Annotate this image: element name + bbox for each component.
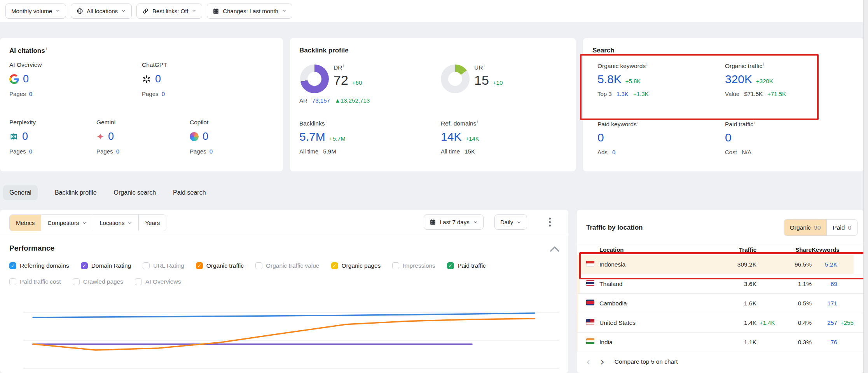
share-background-bar	[577, 333, 578, 352]
ai-citations-value[interactable]: 0	[155, 73, 161, 85]
chart-line-referring-domains	[33, 313, 534, 317]
share-background-bar	[577, 274, 580, 293]
ai-cell-ai-overview: AI Overview0Pages 0	[9, 61, 42, 97]
traffic-row-united-states[interactable]: United States1.4K+1.4K0.4%257+255	[577, 313, 864, 333]
traffic-value-line: Value $71.5K +71.5K	[725, 91, 786, 97]
backlink-profile-panel: Backlink profile DRi 72 +60 AR 73,157 ▲1…	[290, 38, 576, 171]
traffic-row-thailand[interactable]: Thailand3.6K1.1%69	[577, 274, 864, 294]
performance-line-chart	[0, 210, 568, 373]
ai-citations-value[interactable]: 0	[23, 73, 29, 85]
keywords-link[interactable]: 76	[812, 339, 837, 346]
ref-domains-value[interactable]: 14K	[441, 130, 461, 143]
traffic-row-india[interactable]: India1.1K0.3%76	[577, 333, 864, 352]
monthly-volume-filter[interactable]: Monthly volume	[5, 3, 66, 19]
organic-keywords-block: Organic keywordsi 5.8K +5.8K Top 3 1.3K …	[597, 62, 649, 97]
ai-citations-value[interactable]: 0	[22, 131, 28, 143]
ai-pages-line: Pages 0	[142, 91, 167, 97]
performance-panel: Metrics Competitors Locations Years Last…	[0, 210, 568, 373]
keywords-link[interactable]: 171	[812, 300, 837, 307]
backlinks-value[interactable]: 5.7M	[299, 130, 325, 143]
backlinks-change: +5.7M	[329, 135, 346, 142]
ur-change: +10	[493, 79, 503, 86]
ads-line: Ads 0	[597, 149, 638, 155]
organic-keywords-value[interactable]: 5.8K	[597, 73, 622, 86]
ai-source-name: Gemini	[96, 119, 119, 126]
ai-cell-gemini: Gemini✦0Pages 0	[96, 119, 119, 155]
ar-value-link[interactable]: 73,157	[312, 97, 330, 104]
share-value: 0.5%	[779, 300, 812, 307]
ads-value-link[interactable]: 0	[612, 149, 615, 155]
keywords-link[interactable]: 5.2K	[812, 261, 837, 268]
organic-traffic-change: +320K	[756, 78, 773, 84]
toggle-paid[interactable]: Paid 0	[826, 220, 857, 235]
dashboard: Monthly volume All locations Best links:…	[0, 0, 868, 373]
ur-label: URi	[474, 64, 503, 71]
backlink-profile-title: Backlink profile	[299, 47, 349, 54]
chevron-down-icon	[192, 9, 196, 13]
traffic-value: 1.4K	[719, 319, 756, 326]
gemini-icon: ✦	[96, 132, 104, 141]
location-name: Thailand	[599, 281, 719, 288]
india-flag-icon	[586, 338, 594, 344]
perplexity-icon	[9, 132, 18, 141]
locations-filter[interactable]: All locations	[71, 3, 132, 19]
organic-keywords-change: +5.8K	[625, 78, 641, 84]
keywords-change: +255	[837, 319, 858, 326]
thailand-flag-icon	[586, 280, 594, 286]
tab-paid-search[interactable]: Paid search	[173, 185, 206, 200]
traffic-row-cambodia[interactable]: Cambodia1.6K0.5%171	[577, 294, 864, 313]
paid-keywords-value[interactable]: 0	[597, 131, 604, 144]
traffic-row-indonesia[interactable]: Indonesia309.2K96.5%5.2K	[577, 255, 864, 274]
info-icon: i	[46, 47, 47, 51]
organic-traffic-label: Organic traffici	[725, 62, 786, 70]
ai-pages-line: Pages 0	[9, 148, 36, 155]
tab-general[interactable]: General	[3, 185, 38, 200]
paid-keywords-block: Paid keywordsi 0 Ads 0	[597, 120, 638, 155]
ref-domains-change: +14K	[465, 135, 479, 142]
tab-backlink-profile[interactable]: Backlink profile	[55, 185, 97, 200]
next-page-arrow[interactable]: ›	[600, 357, 604, 367]
ai-pages-link[interactable]: 0	[29, 91, 32, 97]
chevron-down-icon	[121, 9, 126, 13]
toggle-organic[interactable]: Organic 90	[784, 220, 827, 235]
changes-filter[interactable]: Changes: Last month	[207, 3, 292, 19]
location-name: Cambodia	[599, 300, 719, 307]
paid-traffic-value[interactable]: 0	[725, 131, 732, 144]
ar-line: AR 73,157 ▲13,252,713	[299, 97, 370, 104]
organic-traffic-value[interactable]: 320K	[725, 73, 752, 86]
ai-cell-perplexity: Perplexity0Pages 0	[9, 119, 36, 155]
ai-pages-link[interactable]: 0	[162, 91, 165, 97]
ai-citations-value[interactable]: 0	[108, 131, 114, 143]
us-flag-icon	[586, 319, 594, 325]
location-name: Indonesia	[599, 261, 719, 268]
location-name: United States	[599, 319, 719, 326]
keywords-link[interactable]: 69	[812, 281, 837, 288]
globe-icon	[77, 8, 83, 14]
ai-pages-line: Pages 0	[9, 91, 42, 97]
prev-page-arrow[interactable]: ‹	[586, 357, 590, 367]
ai-pages-link[interactable]: 0	[210, 148, 213, 155]
changes-filter-label: Changes: Last month	[223, 8, 278, 14]
panel-divider	[577, 243, 864, 243]
col-keywords: Keywords	[812, 246, 837, 253]
copilot-icon	[190, 132, 199, 141]
chart-line-organic-traffic	[33, 319, 534, 350]
top3-value-link[interactable]: 1.3K	[617, 91, 629, 97]
page-scrollbar[interactable]	[863, 0, 868, 373]
keywords-link[interactable]: 257	[812, 319, 837, 326]
domain-rating-donut	[300, 64, 329, 93]
ai-pages-link[interactable]: 0	[116, 148, 119, 155]
ai-pages-link[interactable]: 0	[29, 148, 32, 155]
ai-pages-line: Pages 0	[96, 148, 119, 155]
cambodia-flag-icon	[586, 300, 594, 305]
chevron-down-icon	[56, 9, 60, 13]
ref-domains-label: Ref. domainsi	[441, 120, 479, 127]
ai-source-name: Copilot	[190, 119, 213, 126]
ai-cell-chatgpt: ChatGPT0Pages 0	[142, 61, 167, 97]
ai-cell-copilot: Copilot0Pages 0	[190, 119, 213, 155]
ai-citations-value[interactable]: 0	[203, 131, 208, 143]
col-share: Share	[779, 246, 812, 253]
best-links-filter[interactable]: Best links: Off	[136, 3, 202, 19]
compare-top5-button[interactable]: Compare top 5 on chart	[615, 358, 678, 365]
tab-organic-search[interactable]: Organic search	[114, 185, 156, 200]
